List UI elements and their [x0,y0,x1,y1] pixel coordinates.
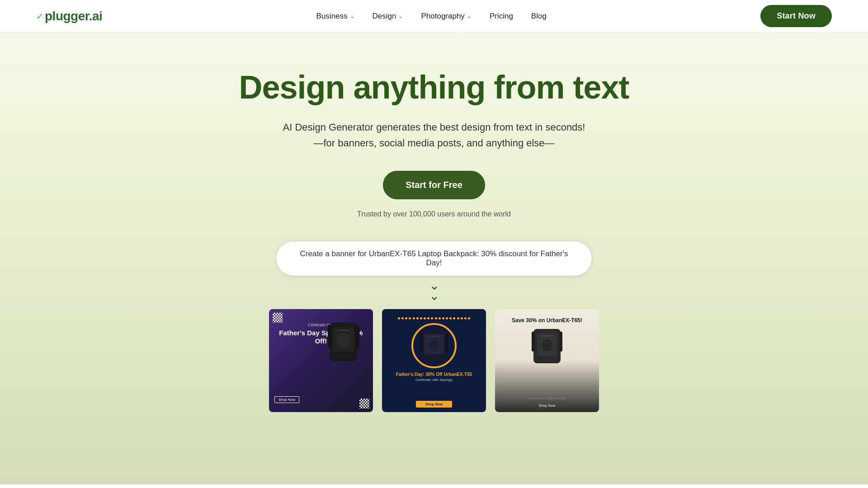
dot [401,317,404,319]
nav-item-business[interactable]: Business ⌄ [316,12,354,21]
card-title: Save 30% on UrbanEX-T65! [500,317,594,324]
nav-item-pricing[interactable]: Pricing [490,12,513,21]
dot [449,317,452,319]
banner-card-navy: Father's Day: 30% Off UrbanEX-T65 Celebr… [382,309,486,412]
corner-decoration-tl [273,313,283,323]
nav-item-blog[interactable]: Blog [531,12,547,21]
shop-now-label: Shop Now [416,401,452,408]
card-title: Father's Day: 30% Off UrbanEX-T65 [396,372,472,377]
shop-now-label: Shop Now [495,404,599,408]
dot [446,317,448,319]
logo-checkmark-icon: ✓ [36,11,44,22]
svg-rect-4 [328,325,331,347]
svg-rect-14 [541,335,553,337]
nav-links: Business ⌄ Design ⌄ Photography ⌄ Pricin… [316,12,547,21]
celebrate-label: Celebrate Father's Day [495,396,599,400]
dot [416,317,419,319]
backpack-svg [323,318,364,368]
chevron-down-double-icon: ⌄⌄ [429,281,439,301]
backpack-svg-2 [418,328,450,364]
dot [461,317,463,319]
chevron-down-icon: ⌄ [398,13,403,19]
dot [409,317,411,319]
circle-highlight [411,323,457,368]
dot [439,317,441,319]
svg-point-3 [337,333,350,348]
banner-card-light: Save 30% on UrbanEX-T65! Celebrate Fathe… [495,309,599,412]
banner-cards-row: Celebrate Dad Father's Day Special: 30% … [269,309,599,412]
dot [457,317,459,319]
svg-point-9 [429,339,439,352]
navbar: ✓ plugger.ai Business ⌄ Design ⌄ Photogr… [0,0,868,33]
logo-text: plugger.ai [45,9,102,23]
backpack-image [500,325,594,366]
banner-card-purple: Celebrate Dad Father's Day Special: 30% … [269,309,373,412]
backpack-image [323,318,368,377]
nav-item-photography[interactable]: Photography ⌄ [421,12,471,21]
svg-rect-17 [559,332,562,352]
svg-rect-2 [337,329,350,331]
dot [398,317,400,319]
dot [442,317,444,319]
start-now-button[interactable]: Start Now [760,5,832,27]
logo[interactable]: ✓ plugger.ai [36,9,102,23]
hero-subtitle: AI Design Generator generates the best d… [283,119,585,151]
svg-rect-5 [356,325,359,347]
card-subtitle: Celebrate with Savings [415,378,453,382]
hero-section: Design anything from text AI Design Gene… [0,33,868,484]
dot [427,317,429,319]
dot [435,317,437,319]
prompt-container: Create a banner for UrbanEX-T65 Laptop B… [276,241,592,276]
dots-decoration-top [398,317,470,319]
corner-decoration-br [359,399,369,408]
dot [468,317,470,319]
trust-text: Trusted by over 100,000 users around the… [357,210,511,218]
hero-title: Design anything from text [239,69,629,106]
svg-rect-10 [420,333,423,352]
svg-point-15 [541,338,553,352]
start-for-free-button[interactable]: Start for Free [383,171,485,199]
dot [464,317,467,319]
dot [431,317,433,319]
svg-rect-8 [428,336,440,337]
svg-rect-16 [532,332,535,352]
nav-item-design[interactable]: Design ⌄ [373,12,403,21]
dot [405,317,407,319]
demo-section: Create a banner for UrbanEX-T65 Laptop B… [269,241,599,412]
dot [424,317,426,319]
chevron-down-icon: ⌄ [467,13,472,19]
dot [420,317,422,319]
dot [413,317,415,319]
svg-rect-11 [445,333,448,352]
arrow-down: ⌄⌄ [429,281,439,301]
shop-now-label: Shop Now [274,396,299,403]
backpack-svg-3 [529,325,565,366]
prompt-text: Create a banner for UrbanEX-T65 Laptop B… [276,241,592,276]
dot [453,317,455,319]
chevron-down-icon: ⌄ [350,13,354,19]
